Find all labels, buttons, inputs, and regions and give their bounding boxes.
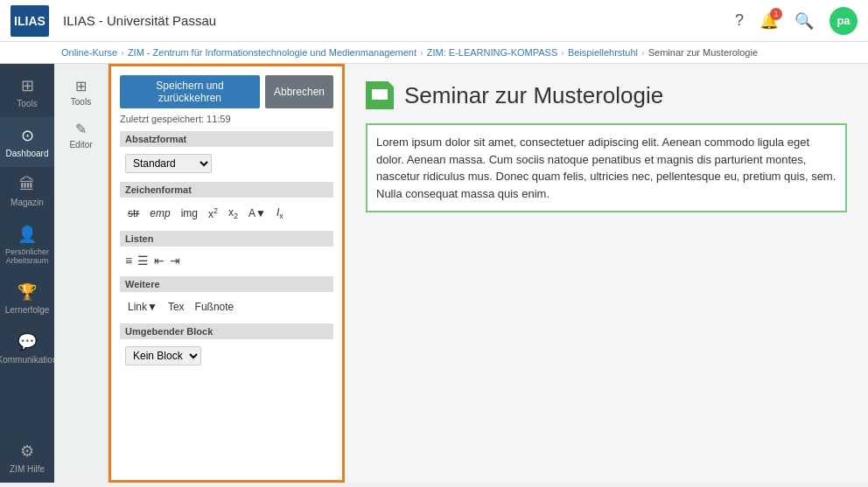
tools-panel: ⊞ Tools ✎ Editor	[54, 64, 108, 483]
search-icon[interactable]: 🔍	[794, 11, 814, 31]
absatzformat-select[interactable]: Standard Überschrift 1 Überschrift 2	[125, 154, 212, 173]
section-listen-label: Listen	[120, 231, 333, 247]
sidebar-item-dashboard[interactable]: ⊙ Dashboard	[0, 117, 54, 167]
breadcrumb-link-1[interactable]: ZIM - Zentrum für Informationstechnologi…	[128, 47, 416, 58]
lernerfolge-icon: 🏆	[18, 282, 37, 302]
left-sidebar: ⊞ Tools ⊙ Dashboard 🏛 Magazin 👤 Persönli…	[0, 64, 54, 483]
zimhilfe-icon: ⚙	[20, 442, 34, 461]
help-icon[interactable]: ?	[735, 11, 744, 30]
tool-tools-label: Tools	[71, 97, 91, 107]
editor-buttons: Speichern und zurückkehren Abbrechen	[120, 75, 333, 108]
cancel-button[interactable]: Abbrechen	[265, 75, 333, 108]
svg-rect-3	[375, 102, 384, 104]
content-area: Seminar zur Musterologie Lorem ipsum dol…	[345, 64, 868, 483]
format-subscript[interactable]: x2	[226, 205, 241, 222]
format-strikethrough[interactable]: str	[125, 205, 142, 221]
format-color[interactable]: A▼	[246, 205, 269, 221]
section-zeichenformat-content: str emp img x2 x2 A▼ Ix	[120, 201, 333, 226]
main-layout: ⊞ Tools ⊙ Dashboard 🏛 Magazin 👤 Persönli…	[0, 64, 868, 483]
sidebar-item-kommunikation[interactable]: 💬 Kommunikation	[0, 324, 54, 373]
section-weitere-content: Link▼ Tex Fußnote	[120, 296, 333, 318]
breadcrumb: Online-Kurse › ZIM - Zentrum für Informa…	[0, 42, 868, 64]
sidebar-label-magazin: Magazin	[10, 198, 44, 207]
sidebar-label-tools: Tools	[17, 99, 37, 108]
format-img[interactable]: img	[178, 205, 200, 221]
sidebar-label-kommunikation: Kommunikation	[0, 355, 57, 365]
seminar-icon-svg	[370, 86, 389, 105]
indent-decrease-icon[interactable]: ⇤	[154, 254, 164, 268]
section-zeichenformat-label: Zeichenformat	[120, 182, 333, 198]
page-icon	[366, 81, 394, 109]
sidebar-item-magazin[interactable]: 🏛 Magazin	[0, 167, 54, 216]
tools-icon: ⊞	[21, 76, 34, 95]
notification-icon[interactable]: 🔔 1	[760, 11, 779, 31]
last-saved-time: 11:59	[206, 114, 231, 124]
weitere-row: Link▼ Tex Fußnote	[125, 299, 328, 315]
tex-button[interactable]: Tex	[165, 299, 187, 315]
sidebar-item-lernerfolge[interactable]: 🏆 Lernerfolge	[0, 274, 54, 324]
user-avatar[interactable]: pa	[830, 7, 858, 35]
editor-panel: Speichern und zurückkehren Abbrechen Zul…	[108, 64, 345, 483]
sidebar-item-tools[interactable]: ⊞ Tools	[0, 67, 54, 117]
tool-editor-label: Editor	[69, 140, 92, 150]
indent-increase-icon[interactable]: ⇥	[170, 254, 180, 268]
sidebar-item-zimhilfe[interactable]: ⚙ ZIM Hilfe	[0, 433, 54, 483]
format-clear[interactable]: Ix	[274, 205, 286, 222]
ordered-list-icon[interactable]: ☰	[137, 254, 149, 268]
list-icons: ≡ ☰ ⇤ ⇥	[125, 254, 328, 268]
sidebar-label-lernerfolge: Lernerfolge	[5, 305, 50, 315]
tool-tools[interactable]: ⊞ Tools	[67, 71, 94, 114]
arbeitsraum-icon: 👤	[18, 225, 37, 244]
top-header: ILIAS ILIAS - Universität Passau ? 🔔 1 🔍…	[0, 0, 868, 42]
notification-badge: 1	[770, 8, 782, 20]
section-weitere-label: Weitere	[120, 276, 333, 292]
unordered-list-icon[interactable]: ≡	[125, 254, 132, 268]
sidebar-item-arbeitsraum[interactable]: 👤 Persönlicher Arbeitsraum	[0, 216, 54, 274]
section-umgebender-block-content: Kein Block Block 1	[120, 343, 333, 369]
ilias-logo: ILIAS	[10, 5, 49, 37]
breadcrumb-link-3[interactable]: Beispiellehrstuhl	[568, 47, 638, 58]
svg-rect-1	[372, 87, 388, 89]
header-title: ILIAS - Universität Passau	[63, 13, 721, 28]
breadcrumb-link-2[interactable]: ZIM: E-LEARNING-KOMPASS	[427, 47, 558, 58]
page-title-row: Seminar zur Musterologie	[366, 81, 847, 109]
format-italic[interactable]: emp	[147, 205, 172, 221]
text-editor-box[interactable]: Lorem ipsum dolor sit amet, consectetuer…	[366, 123, 847, 212]
last-saved-prefix: Zuletzt gespeichert:	[120, 114, 204, 124]
sidebar-label-zimhilfe: ZIM Hilfe	[10, 464, 45, 474]
last-saved: Zuletzt gespeichert: 11:59	[120, 114, 333, 124]
fussnote-button[interactable]: Fußnote	[192, 299, 237, 315]
format-row: str emp img x2 x2 A▼ Ix	[125, 205, 328, 222]
tool-editor-icon: ✎	[75, 121, 87, 137]
save-button[interactable]: Speichern und zurückkehren	[120, 75, 260, 108]
breadcrumb-current: Seminar zur Musterologie	[648, 47, 758, 58]
section-absatzformat-content: Standard Überschrift 1 Überschrift 2	[120, 150, 333, 177]
sidebar-label-arbeitsraum: Persönlicher Arbeitsraum	[4, 247, 51, 265]
sidebar-label-dashboard: Dashboard	[6, 149, 49, 158]
tool-editor[interactable]: ✎ Editor	[66, 114, 95, 157]
umgebender-block-select[interactable]: Kein Block Block 1	[125, 346, 201, 365]
page-title: Seminar zur Musterologie	[404, 82, 663, 109]
svg-rect-0	[372, 87, 388, 100]
section-listen-content: ≡ ☰ ⇤ ⇥	[120, 250, 333, 271]
section-absatzformat-label: Absatzformat	[120, 131, 333, 147]
breadcrumb-link-0[interactable]: Online-Kurse	[61, 47, 117, 58]
kommunikation-icon: 💬	[18, 332, 37, 351]
dashboard-icon: ⊙	[21, 126, 34, 145]
format-superscript[interactable]: x2	[206, 205, 220, 222]
editor-panel-inner: Speichern und zurückkehren Abbrechen Zul…	[111, 66, 342, 383]
section-umgebender-block-label: Umgebender Block	[120, 324, 333, 339]
link-button[interactable]: Link▼	[125, 299, 160, 315]
magazin-icon: 🏛	[19, 176, 35, 194]
tool-tools-icon: ⊞	[75, 78, 87, 94]
header-icons: ? 🔔 1 🔍 pa	[735, 7, 858, 35]
